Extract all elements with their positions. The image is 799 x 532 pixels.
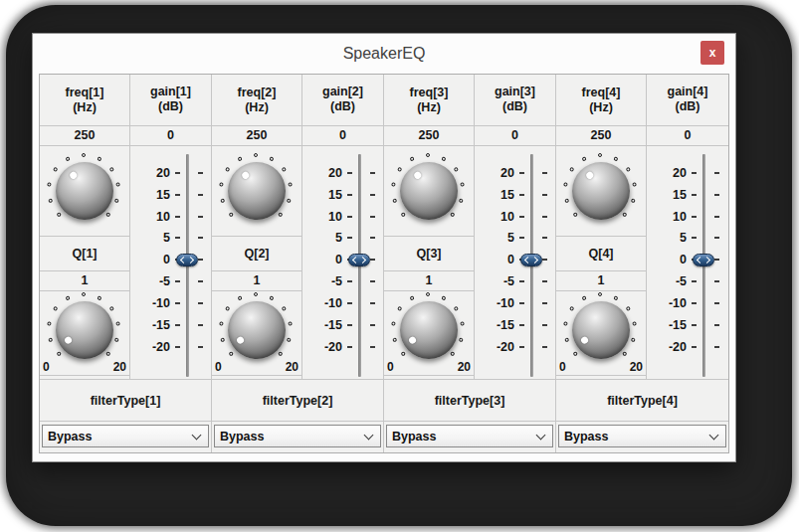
slider-tick-label: 5 bbox=[477, 230, 514, 246]
slider-tick-label: -15 bbox=[649, 317, 687, 333]
slider-tick-mark bbox=[175, 346, 180, 348]
knob-tick-mark bbox=[598, 292, 602, 296]
gain-value: 0 bbox=[302, 126, 383, 146]
filter-type-select[interactable]: Bypass bbox=[42, 425, 209, 447]
slider-tick-mark bbox=[714, 172, 719, 174]
q-label: Q[4] bbox=[556, 237, 646, 271]
slider-tick-mark bbox=[714, 280, 719, 282]
slider-thumb[interactable] bbox=[520, 254, 542, 266]
slider-thumb[interactable] bbox=[693, 254, 714, 266]
gain-slider[interactable]: 20151050-5-10-15-20 bbox=[130, 146, 211, 379]
knob-tick-mark bbox=[391, 321, 396, 326]
slider-tick-label: 0 bbox=[649, 252, 687, 267]
slider-thumb[interactable] bbox=[348, 254, 370, 266]
freq-header-unit: (Hz) bbox=[73, 100, 97, 115]
slider-tick-label: 10 bbox=[649, 209, 687, 225]
knob-tick-mark bbox=[631, 198, 636, 203]
knob-face bbox=[400, 301, 458, 359]
freq-header: freq[2] (Hz) bbox=[212, 75, 301, 126]
slider-tick-mark bbox=[542, 324, 547, 326]
knob-tick-mark bbox=[282, 305, 288, 311]
knob-tick-mark bbox=[288, 321, 293, 326]
knob-tick-mark bbox=[287, 337, 292, 342]
slider-tick-label: 10 bbox=[304, 209, 342, 225]
knob-tick-mark bbox=[288, 182, 293, 187]
knob-tick-mark bbox=[409, 295, 414, 300]
slider-tick-mark bbox=[542, 172, 547, 174]
slider-tick-mark bbox=[692, 194, 697, 196]
thumb-chevron-icon bbox=[180, 257, 187, 264]
knob-tick-mark bbox=[626, 305, 632, 311]
slider-tick-mark bbox=[198, 259, 203, 261]
knob-tick-mark bbox=[109, 305, 115, 311]
freq-knob[interactable] bbox=[387, 149, 471, 233]
slider-tick-mark bbox=[519, 172, 524, 174]
freq-knob[interactable] bbox=[559, 149, 643, 233]
slider-tick-mark bbox=[714, 302, 719, 304]
freq-knob[interactable] bbox=[43, 149, 126, 233]
slider-tick-mark bbox=[519, 280, 524, 282]
knob-tick-mark bbox=[392, 198, 397, 203]
knob-tick-mark bbox=[450, 351, 456, 357]
freq-column-spacer bbox=[384, 376, 474, 379]
gain-slider[interactable]: 20151050-5-10-15-20 bbox=[302, 146, 383, 379]
knob-tick-mark bbox=[82, 292, 86, 296]
knob-tick-mark bbox=[632, 321, 637, 326]
freq-header: freq[1] (Hz) bbox=[40, 75, 129, 126]
freq-value: 250 bbox=[40, 126, 129, 146]
slider-tick-label: 15 bbox=[477, 187, 514, 203]
freq-header-unit: (Hz) bbox=[245, 100, 269, 115]
knob-tick-mark bbox=[269, 156, 274, 161]
knob-tick-mark bbox=[220, 337, 225, 342]
close-button[interactable]: x bbox=[700, 41, 724, 65]
slider-thumb[interactable] bbox=[176, 254, 198, 266]
slider-tick-mark bbox=[692, 346, 697, 348]
slider-tick-label: -20 bbox=[477, 339, 514, 355]
gain-header-unit: (dB) bbox=[676, 99, 700, 114]
gain-slider[interactable]: 20151050-5-10-15-20 bbox=[647, 146, 728, 379]
q-knob-min-label: 0 bbox=[559, 360, 566, 374]
slider-tick-label: 0 bbox=[304, 252, 342, 267]
slider-tick-mark bbox=[198, 302, 203, 304]
freq-knob[interactable] bbox=[215, 149, 299, 233]
freq-column-spacer bbox=[556, 376, 646, 379]
slider-tick-mark bbox=[347, 346, 352, 348]
slider-tick-mark bbox=[175, 194, 180, 196]
slider-tick-mark bbox=[370, 194, 375, 196]
knob-tick-mark bbox=[287, 198, 292, 203]
freq-value: 250 bbox=[556, 126, 646, 146]
slider-tick-mark bbox=[519, 324, 524, 326]
knob-tick-mark bbox=[82, 153, 86, 157]
slider-tick-mark bbox=[542, 302, 547, 304]
slider-tick-mark bbox=[692, 237, 697, 239]
slider-tick-label: 15 bbox=[132, 187, 170, 203]
title-bar[interactable]: SpeakerEQ x bbox=[33, 34, 735, 74]
q-knob-min-label: 0 bbox=[215, 360, 222, 374]
slider-tick-mark bbox=[198, 194, 203, 196]
knob-face bbox=[400, 162, 458, 220]
freq-header-name: freq[1] bbox=[66, 86, 104, 100]
gain-slider[interactable]: 20151050-5-10-15-20 bbox=[475, 146, 555, 379]
slider-tick-label: -15 bbox=[304, 317, 342, 333]
slider-tick-mark bbox=[198, 216, 203, 218]
filter-type-select[interactable]: Bypass bbox=[558, 425, 726, 447]
knob-face bbox=[56, 301, 113, 359]
filter-type-select[interactable]: Bypass bbox=[214, 425, 381, 447]
knob-tick-mark bbox=[400, 212, 406, 218]
knob-tick-mark bbox=[564, 198, 569, 203]
slider-tick-mark bbox=[542, 280, 547, 282]
slider-tick-label: -15 bbox=[477, 317, 514, 333]
slider-tick-mark bbox=[370, 302, 375, 304]
filter-combo-row: Bypass bbox=[212, 422, 383, 450]
gain-header-name: gain[1] bbox=[150, 85, 191, 99]
q-knob-cell: 0 20 bbox=[384, 291, 474, 376]
slider-tick-mark bbox=[175, 216, 180, 218]
filter-type-select[interactable]: Bypass bbox=[386, 425, 553, 447]
freq-knob-cell bbox=[40, 146, 129, 237]
eq-channel: freq[1] (Hz) 250 Q[1] 1 0 20 gain[1] bbox=[40, 75, 212, 452]
gain-header-unit: (dB) bbox=[158, 99, 183, 114]
knob-tick-mark bbox=[47, 182, 52, 187]
knob-tick-mark bbox=[105, 212, 111, 218]
knob-tick-mark bbox=[632, 182, 637, 187]
close-icon: x bbox=[709, 47, 716, 59]
